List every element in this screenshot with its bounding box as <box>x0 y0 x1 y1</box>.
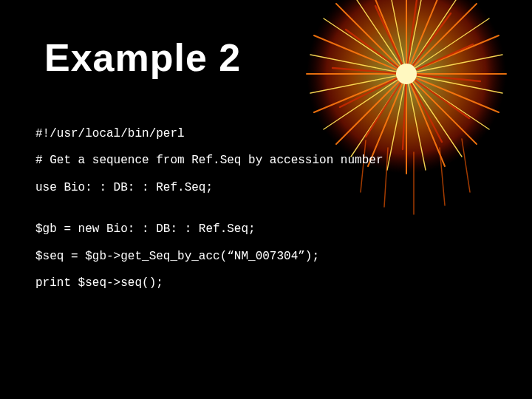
svg-line-16 <box>368 0 406 74</box>
slide-title: Example 2 <box>44 35 241 80</box>
svg-line-35 <box>406 44 473 74</box>
svg-line-12 <box>314 74 406 112</box>
svg-line-36 <box>406 74 480 81</box>
svg-line-29 <box>310 55 406 74</box>
code-block: #!/usr/local/bin/perl # Get a sequence f… <box>35 126 497 301</box>
svg-line-2 <box>406 0 445 74</box>
svg-line-44 <box>375 6 406 74</box>
svg-line-14 <box>314 35 406 74</box>
svg-line-21 <box>406 74 502 93</box>
svg-line-22 <box>406 74 489 129</box>
code-line: # Get a sequence from Ref.Seq by accessi… <box>35 152 497 168</box>
svg-line-43 <box>346 30 406 74</box>
svg-line-19 <box>406 18 489 74</box>
svg-line-30 <box>324 18 406 74</box>
svg-line-31 <box>351 0 406 74</box>
svg-line-41 <box>340 74 406 107</box>
svg-point-45 <box>396 64 417 84</box>
svg-line-4 <box>406 35 499 74</box>
svg-line-18 <box>406 0 462 74</box>
blank-line <box>35 206 497 221</box>
code-line: print $seq->seq(); <box>35 275 497 291</box>
code-line: $seq = $gb->get_Seq_by_acc(“NM_007304”); <box>35 248 497 265</box>
svg-line-32 <box>387 0 406 74</box>
svg-line-34 <box>406 13 451 74</box>
svg-line-42 <box>332 68 406 74</box>
svg-line-33 <box>406 0 417 74</box>
svg-line-15 <box>336 4 406 74</box>
svg-line-37 <box>406 74 469 118</box>
svg-line-3 <box>406 4 477 74</box>
svg-line-27 <box>324 74 406 129</box>
code-line: #!/usr/local/bin/perl <box>35 126 497 142</box>
svg-line-6 <box>406 74 499 112</box>
svg-line-17 <box>406 0 426 74</box>
slide: Example 2 #!/usr/local/bin/perl # Get a … <box>0 0 532 399</box>
svg-line-20 <box>406 55 502 74</box>
code-line: $gb = new Bio: : DB: : Ref.Seq; <box>35 221 497 237</box>
svg-line-28 <box>310 74 406 93</box>
code-line: use Bio: : DB: : Ref.Seq; <box>35 180 497 196</box>
